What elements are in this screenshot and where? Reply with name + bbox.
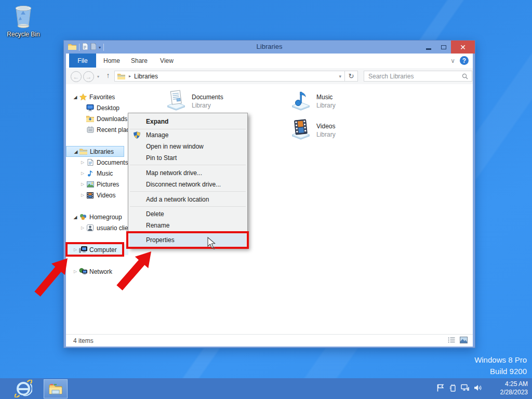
menu-item-manage[interactable]: Manage	[129, 129, 246, 141]
tab-view[interactable]: View	[155, 54, 178, 68]
sidebar-item-label: Downloads	[97, 115, 127, 123]
action-center-flag-icon[interactable]	[437, 384, 444, 394]
items-count: 4 items	[73, 337, 94, 344]
music-icon	[86, 169, 95, 177]
annotation-arrow-computer	[34, 258, 68, 297]
library-item-documents[interactable]: Documents Library	[164, 88, 223, 114]
downloads-icon	[86, 115, 95, 123]
network-icon[interactable]	[461, 384, 469, 394]
sidebar-item-label: usuario clien	[97, 224, 131, 232]
menu-item-delete[interactable]: Delete	[129, 208, 246, 220]
menu-item-disconnect-network-drive[interactable]: Disconnect network drive...	[129, 179, 246, 190]
sidebar-item-label: Network	[89, 268, 112, 275]
power-icon[interactable]	[449, 384, 456, 394]
user-icon	[86, 224, 95, 232]
window-body: File Home Share View ∨ ? ← → ▾ ↑ ▸ Libra…	[66, 54, 473, 346]
sidebar-item-label: Videos	[97, 192, 115, 199]
annotation-box-computer	[65, 242, 124, 257]
sidebar-item-label: Pictures	[97, 181, 119, 188]
sidebar-item-libraries[interactable]: ◢ Libraries	[66, 146, 124, 157]
pictures-icon	[86, 180, 95, 188]
expander-icon[interactable]: ◢	[73, 149, 79, 154]
library-item-music[interactable]: Music Library	[289, 88, 336, 114]
maximize-button[interactable]	[436, 41, 451, 54]
annotation-box-properties	[126, 231, 249, 249]
recycle-bin-label: Recycle Bin	[6, 31, 41, 38]
music-library-icon	[289, 88, 313, 114]
breadcrumb[interactable]: Libraries	[134, 73, 158, 80]
details-view-icon[interactable]	[448, 337, 456, 345]
expander-icon[interactable]: ◢	[72, 95, 78, 100]
thumbnail-view-icon[interactable]	[460, 337, 468, 345]
search-box[interactable]	[364, 71, 472, 82]
title-bar[interactable]: ▾ Libraries ✕	[64, 41, 475, 54]
close-button[interactable]: ✕	[451, 41, 475, 54]
videos-icon	[86, 191, 95, 199]
ribbon-tab-bar: File Home Share View ∨ ?	[66, 54, 473, 69]
documents-icon	[86, 158, 95, 166]
search-icon[interactable]	[462, 73, 468, 79]
expander-icon[interactable]: ▷	[72, 269, 78, 274]
internet-explorer-icon[interactable]	[14, 379, 33, 398]
recycle-bin-icon	[12, 21, 34, 30]
clock-date: 2/28/2023	[500, 388, 528, 396]
sidebar-item-label: Favorites	[89, 94, 115, 101]
desktop-icon	[86, 104, 95, 112]
taskbar-clock[interactable]: 4:25 AM 2/28/2023	[500, 380, 528, 396]
refresh-button[interactable]: ↻	[344, 71, 358, 82]
expander-icon[interactable]: ◢	[72, 215, 78, 220]
context-menu: Expand Manage Open in new window Pin to …	[128, 113, 248, 248]
menu-item-map-network-drive[interactable]: Map network drive...	[129, 167, 246, 179]
recycle-bin[interactable]: Recycle Bin	[6, 4, 41, 38]
address-bar[interactable]: ▸ Libraries ▾	[114, 71, 345, 82]
minimize-button[interactable]	[421, 41, 436, 54]
taskbar: 4:25 AM 2/28/2023	[0, 378, 532, 399]
back-button[interactable]: ←	[71, 71, 82, 82]
system-tray	[437, 378, 482, 399]
expander-icon[interactable]: ▷	[79, 182, 86, 187]
explorer-window: ▾ Libraries ✕ File Home Share View ∨ ?	[63, 40, 475, 348]
expander-icon[interactable]: ▷	[79, 193, 86, 197]
menu-item-rename[interactable]: Rename	[129, 220, 246, 231]
library-name: Documents	[192, 93, 223, 101]
recent-places-icon	[86, 126, 95, 134]
tab-share[interactable]: Share	[127, 54, 151, 68]
library-type: Library	[316, 130, 336, 139]
volume-icon[interactable]	[474, 384, 482, 394]
help-icon[interactable]: ?	[460, 56, 469, 65]
documents-library-icon	[164, 88, 188, 114]
library-name: Music	[316, 93, 336, 101]
file-explorer-taskbar-button[interactable]	[44, 379, 68, 398]
menu-item-pin-to-start[interactable]: Pin to Start	[129, 152, 246, 164]
network-icon	[78, 268, 87, 275]
content-area: ◢ Favorites Desktop Downloads	[66, 84, 473, 334]
ribbon-expand-chevron-icon[interactable]: ∨	[450, 57, 455, 64]
tab-home[interactable]: Home	[100, 54, 123, 68]
sidebar-item-network[interactable]: ▷ Network	[66, 266, 192, 277]
sidebar-item-label: Music	[97, 170, 113, 177]
sidebar-item-label: Libraries	[90, 148, 114, 155]
recent-locations-chevron-icon[interactable]: ▾	[97, 74, 99, 79]
up-button[interactable]: ↑	[103, 71, 113, 81]
menu-item-add-network-location[interactable]: Add a network location	[129, 194, 246, 205]
menu-item-open-in-new-window[interactable]: Open in new window	[129, 141, 246, 152]
sidebar-item-label: Homegroup	[89, 214, 122, 221]
videos-library-icon	[289, 117, 313, 143]
library-type: Library	[192, 101, 223, 110]
address-dropdown-chevron-icon[interactable]: ▾	[339, 74, 341, 79]
expander-icon[interactable]: ▷	[79, 225, 86, 230]
navigation-bar: ← → ▾ ↑ ▸ Libraries ▾ ↻	[66, 68, 473, 85]
sidebar-item-label: Desktop	[97, 104, 119, 112]
breadcrumb-folder-icon	[117, 73, 125, 79]
library-item-videos[interactable]: Videos Library	[289, 117, 336, 143]
desktop: Recycle Bin Windows 8 Pro Build 9200 ▾	[0, 0, 532, 399]
expander-icon[interactable]: ▷	[79, 160, 86, 165]
forward-button[interactable]: →	[83, 71, 94, 82]
search-input[interactable]	[364, 73, 462, 80]
expander-icon[interactable]: ▷	[79, 171, 86, 176]
menu-item-expand[interactable]: Expand	[129, 115, 246, 128]
tab-file[interactable]: File	[69, 54, 96, 68]
star-icon	[78, 93, 87, 101]
library-type: Library	[316, 101, 336, 110]
windows-watermark: Windows 8 Pro Build 9200	[474, 354, 527, 377]
